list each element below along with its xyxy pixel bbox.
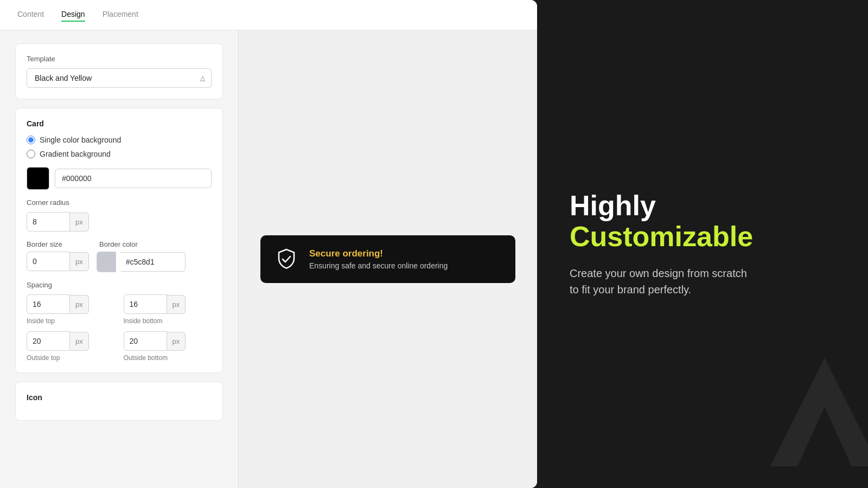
outside-top-input[interactable] (27, 331, 70, 351)
corner-radius-label: Corner radius (27, 198, 212, 207)
shield-check-icon (275, 247, 298, 271)
border-size-label: Border size (27, 240, 92, 248)
border-color-row (97, 252, 186, 272)
inside-bottom-item: px Inside bottom (124, 294, 212, 325)
border-size-unit: px (70, 252, 89, 271)
tabs-bar: Content Design Placement (0, 0, 537, 30)
outside-bottom-input-row: px (124, 331, 212, 351)
border-size-input[interactable] (27, 252, 70, 271)
inside-top-unit: px (70, 295, 89, 314)
inside-top-item: px Inside top (27, 294, 115, 325)
single-color-radio[interactable] (27, 136, 35, 144)
gradient-label: Gradient background (40, 150, 111, 158)
single-color-option[interactable]: Single color background (27, 136, 212, 144)
border-color-input[interactable] (120, 252, 186, 272)
notification-subtitle: Ensuring safe and secure online ordering (309, 261, 448, 270)
outside-bottom-label: Outside bottom (124, 354, 212, 362)
right-panel: Highly Customizable Create your own desi… (537, 0, 868, 488)
notification-text: Secure ordering! Ensuring safe and secur… (309, 248, 448, 270)
outside-bottom-input[interactable] (124, 331, 167, 351)
arrow-decoration-icon (770, 358, 868, 466)
shield-icon-wrap (273, 246, 299, 272)
inside-bottom-input-row: px (124, 294, 212, 314)
title-line1: Highly (570, 190, 656, 221)
right-panel-description: Create your own design from scratch to f… (570, 265, 754, 298)
card-section-title: Card (27, 119, 212, 128)
inside-top-label: Inside top (27, 317, 115, 325)
title-line2: Customizable (570, 221, 753, 252)
outside-top-input-row: px (27, 331, 115, 351)
template-select[interactable]: Black and Yellow Blue and White Red and … (27, 68, 212, 88)
svg-marker-0 (770, 358, 868, 466)
template-label: Template (27, 55, 212, 63)
tab-design[interactable]: Design (61, 10, 85, 22)
outside-bottom-unit: px (167, 332, 186, 351)
spacing-label: Spacing (27, 281, 212, 289)
background-type-group: Single color background Gradient backgro… (27, 136, 212, 158)
color-text-input[interactable] (55, 169, 212, 188)
corner-radius-unit: px (70, 213, 89, 232)
icon-section-title: Icon (27, 393, 212, 402)
outside-top-unit: px (70, 332, 89, 351)
corner-radius-input[interactable] (27, 212, 70, 232)
tab-content[interactable]: Content (17, 10, 44, 22)
border-row: px (27, 252, 212, 272)
template-select-wrapper: Black and Yellow Blue and White Red and … (27, 68, 212, 88)
color-row (27, 167, 212, 190)
notification-card: Secure ordering! Ensuring safe and secur… (260, 235, 515, 283)
outside-bottom-item: px Outside bottom (124, 331, 212, 362)
inside-top-input[interactable] (27, 294, 70, 314)
content-area: Template Black and Yellow Blue and White… (0, 30, 537, 488)
icon-section: Icon (15, 382, 223, 421)
color-swatch[interactable] (27, 167, 49, 190)
gradient-radio[interactable] (27, 150, 35, 158)
inside-bottom-unit: px (167, 295, 186, 314)
inside-top-input-row: px (27, 294, 115, 314)
gradient-option[interactable]: Gradient background (27, 150, 212, 158)
right-panel-title: Highly Customizable (570, 190, 835, 252)
inside-bottom-label: Inside bottom (124, 317, 212, 325)
card-section: Card Single color background Gradient ba… (15, 108, 223, 373)
preview-area: Secure ordering! Ensuring safe and secur… (239, 30, 537, 488)
template-section: Template Black and Yellow Blue and White… (15, 43, 223, 99)
outside-top-item: px Outside top (27, 331, 115, 362)
border-size-input-row: px (27, 252, 89, 271)
border-color-swatch[interactable] (97, 252, 116, 272)
spacing-grid: px Inside top px Inside bottom (27, 294, 212, 362)
inside-bottom-input[interactable] (124, 294, 167, 314)
tab-placement[interactable]: Placement (103, 10, 138, 22)
notification-title: Secure ordering! (309, 248, 448, 259)
left-panel: Content Design Placement Template Black … (0, 0, 537, 488)
settings-panel: Template Black and Yellow Blue and White… (0, 30, 239, 488)
right-panel-heading: Highly Customizable Create your own desi… (570, 190, 835, 298)
corner-radius-input-row: px (27, 212, 212, 232)
single-color-label: Single color background (40, 136, 121, 144)
outside-top-label: Outside top (27, 354, 115, 362)
border-color-label: Border color (99, 240, 138, 248)
